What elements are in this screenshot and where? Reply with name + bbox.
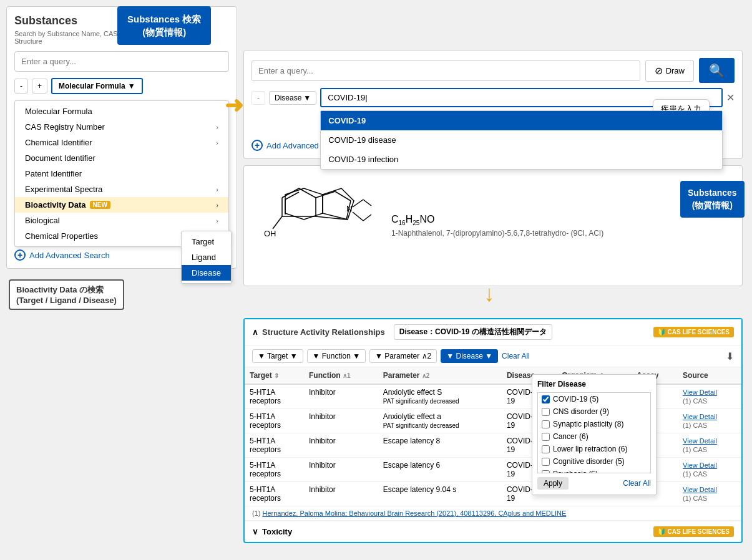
cas-icon: 🔰: [658, 329, 665, 336]
cell-parameter: Anxiolytic effect SPAT significantly dec…: [378, 384, 502, 409]
filter-plus-btn[interactable]: +: [32, 79, 47, 94]
cell-target: 5-HT1Areceptors: [245, 384, 304, 409]
draw-button[interactable]: ⊘ Draw: [645, 60, 694, 82]
autocomplete-covid19[interactable]: COVID-19: [321, 111, 722, 130]
toxicity-label: Toxicity: [262, 527, 292, 536]
apply-button[interactable]: Apply: [537, 477, 569, 490]
filter-cb-psychosis[interactable]: [542, 470, 550, 474]
sar-badge-area: 🔰 CAS LIFE SCIENCES: [653, 327, 734, 337]
arrow-down-middle: ↓: [484, 281, 495, 307]
filter-item-covid19[interactable]: COVID-19 (5): [538, 393, 650, 405]
disease-clear-btn[interactable]: ✕: [726, 92, 735, 104]
filter-disease-btn[interactable]: ▼ Disease ▼: [441, 349, 498, 363]
sar-header: ∧ Structure Activity Relationships Disea…: [245, 319, 741, 345]
filter-item-synaptic[interactable]: Synaptic plasticity (8): [538, 418, 650, 430]
filter-cb-lip[interactable]: [542, 445, 550, 453]
draw-label: Draw: [666, 66, 685, 75]
cell-parameter: Escape latency 9.04 s: [378, 482, 502, 506]
arrow-right-top: ➜: [225, 92, 243, 118]
filter-parameter-btn[interactable]: ▼ Parameter ∧2: [369, 349, 437, 363]
menu-molecular-formula[interactable]: Molecular Formula: [15, 104, 228, 119]
filter-item-psychosis[interactable]: Psychosis (5): [538, 468, 650, 473]
bioactivity-chevron: ›: [216, 201, 218, 209]
sar-table-container: Target ⇕ Function ∧1 Parameter ∧2 Diseas…: [245, 367, 741, 506]
filter-cb-cns[interactable]: [542, 408, 550, 416]
filter-actions: Apply Clear All: [537, 477, 651, 490]
molecule-structure: OH N: [254, 176, 379, 276]
svg-text:OH: OH: [264, 229, 276, 238]
filter-cb-cognitive[interactable]: [542, 458, 550, 466]
cell-target: 5-HT1Areceptors: [245, 458, 304, 482]
disease-chevron: ▼: [303, 94, 311, 102]
col-parameter[interactable]: Parameter ∧2: [378, 367, 502, 384]
filter-function-btn[interactable]: ▼ Function ▼: [307, 349, 366, 363]
bioactivity-submenu: Target Ligand Disease: [181, 231, 232, 284]
cell-source: View Detail(1) CAS: [678, 433, 741, 458]
menu-patent-identifier[interactable]: Patent Identifier: [15, 166, 228, 181]
submenu-target[interactable]: Target: [182, 234, 231, 249]
sar-collapse-icon[interactable]: ∧: [252, 327, 258, 337]
filter-cb-cancer[interactable]: [542, 433, 550, 441]
molecular-formula-dropdown[interactable]: Molecular Formula ▼: [51, 78, 143, 94]
filter-item-cognitive[interactable]: Cognitive disorder (5): [538, 455, 650, 468]
view-detail-link[interactable]: View Detail: [683, 389, 717, 396]
col-target[interactable]: Target ⇕: [245, 367, 304, 384]
table-row: 5-HT1Areceptors Inhibitor Escape latency…: [245, 482, 741, 506]
submenu-ligand[interactable]: Ligand: [182, 249, 231, 265]
disease-dropdown-btn[interactable]: Disease ▼: [269, 91, 316, 105]
filter-disease-list: COVID-19 (5) CNS disorder (9) Synaptic p…: [537, 392, 651, 473]
col-source[interactable]: Source: [678, 367, 741, 384]
cell-source: View Detail(1) CAS: [678, 384, 741, 409]
main-search-row: ⊘ Draw 🔍: [251, 58, 735, 83]
filter-disease-title: Filter Disease: [537, 380, 651, 389]
main-search-input[interactable]: [251, 60, 640, 81]
cell-target: 5-HT1Areceptors: [245, 433, 304, 458]
view-detail-link[interactable]: View Detail: [683, 461, 717, 469]
left-search-input[interactable]: [14, 51, 229, 72]
table-row: 5-HT1Areceptors Inhibitor Escape latency…: [245, 433, 741, 458]
view-detail-link[interactable]: View Detail: [683, 437, 717, 445]
svg-line-18: [363, 200, 371, 206]
disease-minus-btn[interactable]: -: [251, 91, 265, 105]
filter-item-cns[interactable]: CNS disorder (9): [538, 405, 650, 418]
cell-source: View Detail(1) CAS: [678, 458, 741, 482]
view-detail-link[interactable]: View Detail: [683, 486, 717, 493]
add-advanced-circle[interactable]: +: [251, 140, 263, 151]
autocomplete-covid19-infection[interactable]: COVID-19 infection: [321, 150, 722, 169]
menu-cas-registry[interactable]: CAS Registry Number ›: [15, 119, 228, 135]
col-function[interactable]: Function ∧1: [304, 367, 378, 384]
citation-link[interactable]: Hernandez, Paloma Molina; Behavioural Br…: [263, 509, 567, 517]
autocomplete-covid19-disease[interactable]: COVID-19 disease: [321, 130, 722, 150]
filter-minus-btn[interactable]: -: [14, 79, 28, 94]
svg-text:N: N: [346, 204, 352, 213]
submenu-disease[interactable]: Disease: [182, 265, 231, 281]
toxicity-expand-icon[interactable]: ∨: [252, 527, 258, 536]
filter-item-lip[interactable]: Lower lip retraction (6): [538, 443, 650, 455]
filter-target-btn[interactable]: ▼ Target ▼: [252, 349, 303, 363]
top-right-search-panel: ⊘ Draw 🔍 疾患を入力 - Disease ▼ COVID-19 COVI…: [243, 50, 743, 159]
table-row: 5-HT1Areceptors Inhibitor Escape latency…: [245, 458, 741, 482]
cell-parameter: Escape latency 6: [378, 458, 502, 482]
bioactivity-label: Bioactivity Data: [25, 200, 86, 210]
clear-all-btn[interactable]: Clear All: [502, 352, 530, 360]
filter-cb-synaptic[interactable]: [542, 420, 550, 428]
menu-biological[interactable]: Biological ›: [15, 213, 228, 228]
clear-filter-button[interactable]: Clear All: [623, 479, 651, 488]
menu-bioactivity-data[interactable]: Bioactivity Data NEW ›: [15, 197, 228, 213]
cas-life-sciences-2: CAS LIFE SCIENCES: [668, 528, 730, 535]
cell-parameter: Escape latency 8: [378, 433, 502, 458]
add-circle-icon[interactable]: +: [14, 249, 26, 261]
cas-badge-toxicity: 🔰 CAS LIFE SCIENCES: [653, 526, 734, 537]
filter-item-cancer[interactable]: Cancer (6): [538, 430, 650, 443]
view-detail-link[interactable]: View Detail: [683, 413, 717, 420]
menu-document-identifier[interactable]: Document Identifier: [15, 150, 228, 166]
svg-line-20: [363, 215, 371, 221]
filter-cb-covid19[interactable]: [542, 395, 550, 403]
menu-experimental-spectra[interactable]: Experimental Spectra ›: [15, 181, 228, 197]
svg-line-19: [353, 212, 363, 221]
download-btn[interactable]: ⬇: [726, 350, 734, 362]
cas-icon-2: 🔰: [658, 528, 665, 535]
search-button[interactable]: 🔍: [699, 58, 735, 83]
menu-chemical-identifier[interactable]: Chemical Identifier ›: [15, 135, 228, 150]
add-advanced-label[interactable]: Add Advanced Search: [29, 251, 110, 260]
